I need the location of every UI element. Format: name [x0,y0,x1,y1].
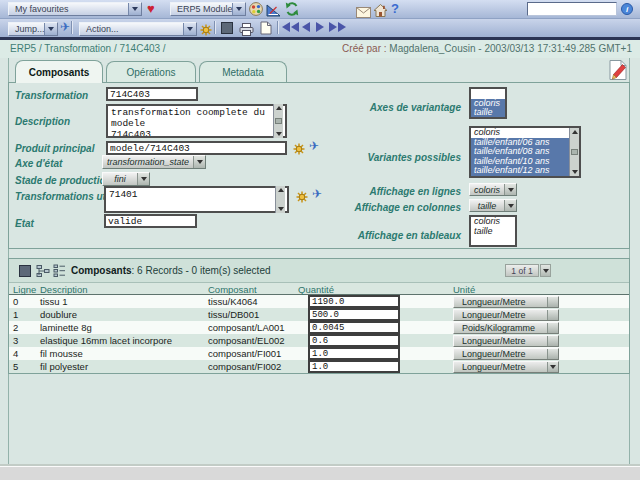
affichage-lignes-select[interactable]: coloris [469,183,517,196]
chevron-down-icon[interactable] [547,362,558,372]
transformations-scrollbar[interactable] [275,186,285,213]
transformations-utilisees-textarea[interactable]: 71401 [104,186,289,213]
composants-list-section: Composants: 6 Records - 0 item(s) select… [8,258,630,374]
breadcrumb[interactable]: ERP5 / Transformation / 714C403 / [10,43,166,54]
created-info: Créé par : Magdalena_Cousin - 2003/03/13… [342,43,632,54]
chevron-down-icon[interactable] [547,297,558,307]
etat-input[interactable] [104,214,197,228]
cell-description: doublure [40,309,77,320]
tab-composants[interactable]: Composants [15,60,103,83]
chevron-down-icon[interactable] [137,173,149,185]
chevron-down-icon[interactable] [504,184,516,195]
affichage-tableaux-listbox[interactable]: coloris taille [469,215,517,247]
chevron-down-icon[interactable] [193,156,205,168]
description-textarea[interactable]: transformation coomplete du modele 714c4… [106,104,287,138]
cell-ligne: 4 [13,348,18,359]
description-label: Description [15,116,70,127]
pager-button[interactable]: 1 of 1 [505,264,539,277]
chevron-down-icon[interactable] [504,200,516,211]
list-option[interactable]: taille [471,108,505,118]
list-option[interactable]: taille [471,227,515,237]
table-row: 3 elastique 16mm lacet incorpore composa… [9,334,629,347]
jump-select[interactable]: Jump... [8,22,58,36]
quantite-input[interactable] [308,308,400,321]
produit-principal-input[interactable] [106,141,287,155]
transformations-gear-icon[interactable] [296,189,308,207]
pager-dropdown-icon[interactable] [540,264,551,277]
first-page-icon[interactable] [282,22,299,32]
cell-composant: tissu/DB001 [208,309,259,320]
cell-composant: composant/FI002 [208,361,281,372]
list-option[interactable]: taille/enfant/12 ans [471,166,579,176]
main-toolbar: My favourites ♥ ERP5 Modules ? i [0,0,640,19]
axe-etat-value: transformation_state [103,157,193,167]
chevron-down-icon[interactable] [232,3,245,15]
stop-square-icon[interactable] [221,22,233,34]
chevron-down-icon[interactable] [547,323,558,333]
quantite-input[interactable] [308,321,400,334]
cell-composant: composant/LA001 [208,322,285,333]
palette-icon[interactable] [249,2,263,20]
favourites-select[interactable]: My favourites [8,2,142,16]
axes-variantage-listbox[interactable]: coloris taille [469,87,507,119]
transformation-input[interactable] [106,87,198,101]
table-row: 5 fil polyester composant/FI002 Longueur… [9,360,629,373]
quantite-input[interactable] [308,334,400,347]
chevron-down-icon[interactable] [44,23,57,35]
chevron-down-icon[interactable] [183,23,196,35]
info-icon[interactable]: i [621,3,633,15]
last-page-icon[interactable] [329,22,346,32]
breadcrumb-bar: ERP5 / Transformation / 714C403 / Créé p… [0,40,640,58]
flat-list-icon[interactable] [53,264,66,282]
tree-view-icon[interactable] [36,264,50,282]
unite-value: Longueur/Metre [454,336,547,346]
produit-jump-plane-icon[interactable]: ✈ [309,139,319,153]
axes-variantage-label: Axes de variantage [315,102,461,113]
produit-gear-icon[interactable] [293,141,305,159]
unite-value: Poids/Kilogramme [454,323,547,333]
axe-etat-select[interactable]: transformation_state [102,155,206,169]
cell-description: laminette 8g [40,322,92,333]
action-select[interactable]: Action... [79,22,197,36]
table-header-row: Ligne Description Composant Quantité Uni… [9,283,629,295]
help-icon[interactable]: ? [391,1,399,16]
affichage-colonnes-select[interactable]: taille [469,199,517,212]
favourite-heart-icon[interactable]: ♥ [147,1,155,16]
stade-production-select[interactable]: fini [102,172,150,186]
jump-plane-icon[interactable]: ✈ [60,20,70,34]
description-scrollbar[interactable] [273,104,283,138]
chevron-down-icon[interactable] [547,349,558,359]
unite-select[interactable]: Longueur/Metre [453,309,559,321]
quantite-input[interactable] [308,347,400,360]
unite-value: Longueur/Metre [454,297,547,307]
variantes-scrollbar[interactable] [569,128,579,176]
next-page-icon[interactable] [316,22,324,32]
erp5-screen: My favourites ♥ ERP5 Modules ? i Jump... [0,0,640,480]
unite-select[interactable]: Poids/Kilogramme [453,322,559,334]
search-input[interactable] [527,2,617,16]
unite-value: Longueur/Metre [454,349,547,359]
tab-metadata[interactable]: Metadata [199,61,287,83]
unite-select[interactable]: Longueur/Metre [453,296,559,308]
variantes-possibles-listbox[interactable]: coloris taille/enfant/06 ans taille/enfa… [469,126,581,178]
previous-page-icon[interactable] [302,22,310,32]
unite-select[interactable]: Longueur/Metre [453,361,559,373]
quantite-input[interactable] [308,295,400,308]
unite-select[interactable]: Longueur/Metre [453,348,559,360]
chevron-down-icon[interactable] [128,3,141,15]
cell-description: fil mousse [40,348,83,359]
chevron-down-icon[interactable] [547,310,558,320]
edit-icon[interactable] [607,59,629,81]
anchor-square-icon[interactable] [19,265,31,277]
unite-select[interactable]: Longueur/Metre [453,335,559,347]
quantite-input[interactable] [308,360,400,373]
jump-label: Jump... [9,24,44,34]
action-label: Action... [80,24,183,34]
tab-metadata-label: Metadata [222,67,264,78]
modules-select[interactable]: ERP5 Modules [170,2,246,16]
transformation-form: Transformation Description transformatio… [8,82,630,249]
tab-operations[interactable]: Opérations [106,61,196,83]
col-unite: Unité [453,284,475,295]
chevron-down-icon[interactable] [547,336,558,346]
refresh-icon[interactable] [285,2,299,20]
